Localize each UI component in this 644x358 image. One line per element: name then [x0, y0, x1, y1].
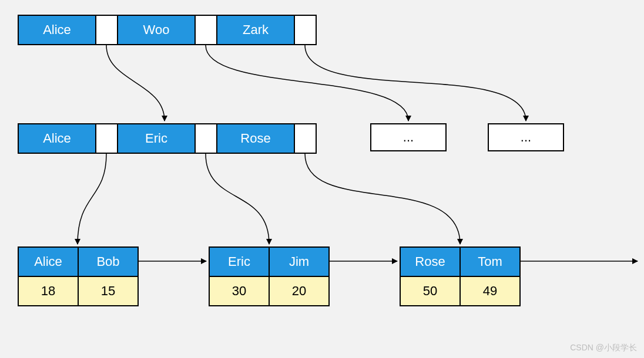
leaf2-key-0: Rose	[401, 248, 459, 276]
leaf-node-0: Alice Bob 18 15	[18, 246, 139, 306]
internal-node-1-placeholder: ...	[370, 123, 447, 151]
internal0-key-1: Eric	[118, 124, 194, 153]
root-key-0: Alice	[19, 16, 95, 44]
leaf2-val-0: 50	[401, 277, 459, 305]
leaf2-key-1: Tom	[461, 248, 519, 276]
leaf0-key-1: Bob	[79, 248, 137, 276]
internal-node-0: Alice Eric Rose	[18, 123, 317, 154]
leaf0-val-1: 15	[79, 277, 137, 305]
leaf-node-2: Rose Tom 50 49	[400, 246, 521, 306]
internal0-key-2: Rose	[217, 124, 294, 153]
root-key-1: Woo	[118, 16, 194, 44]
internal-node-2-placeholder: ...	[488, 123, 564, 151]
watermark: CSDN @小段学长	[570, 343, 637, 353]
root-ptr-0	[96, 16, 117, 44]
leaf0-key-0: Alice	[19, 248, 78, 276]
root-node: Alice Woo Zark	[18, 15, 317, 45]
leaf1-key-0: Eric	[210, 248, 269, 276]
internal0-ptr-2	[295, 124, 316, 153]
internal1-label: ...	[371, 124, 445, 150]
leaf1-val-1: 20	[270, 277, 328, 305]
leaf1-val-0: 30	[210, 277, 269, 305]
leaf-node-1: Eric Jim 30 20	[209, 246, 330, 306]
root-ptr-1	[196, 16, 216, 44]
leaf0-val-0: 18	[19, 277, 78, 305]
internal0-ptr-1	[196, 124, 216, 153]
internal0-ptr-0	[96, 124, 117, 153]
internal0-key-0: Alice	[19, 124, 95, 153]
leaf1-key-1: Jim	[270, 248, 328, 276]
internal2-label: ...	[489, 124, 563, 150]
root-key-2: Zark	[217, 16, 294, 44]
root-ptr-2	[295, 16, 316, 44]
leaf2-val-1: 49	[461, 277, 519, 305]
